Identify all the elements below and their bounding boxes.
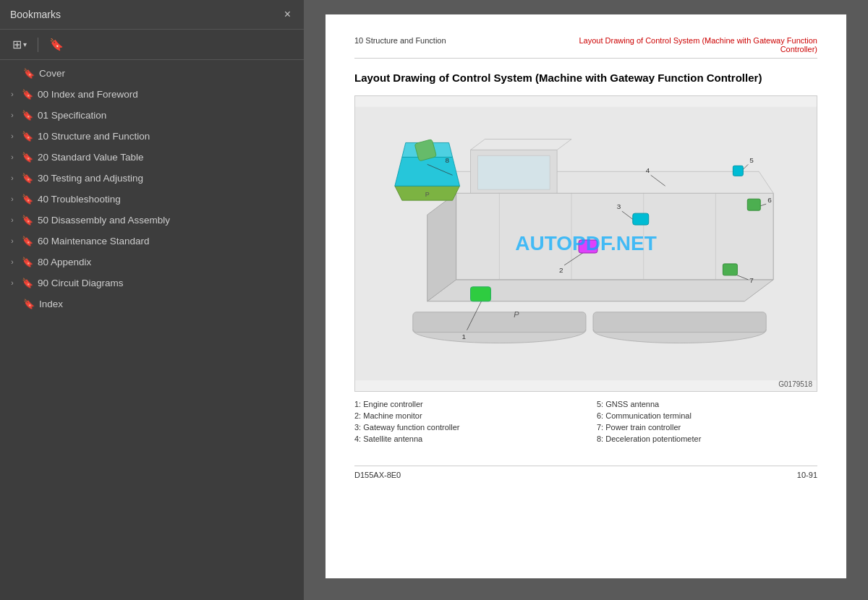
svg-text:P: P <box>425 191 430 198</box>
sidebar-item-label: 00 Index and Foreword <box>38 89 138 100</box>
svg-marker-10 <box>471 139 572 150</box>
legend-item-1: 1: Engine controller <box>354 399 575 409</box>
footer-page: 10-91 <box>797 471 817 479</box>
svg-marker-38 <box>395 157 460 186</box>
diagram-container: 1 2 P 3 4 5 <box>354 95 817 392</box>
header-section-label: 10 Structure and Function <box>354 36 446 45</box>
sidebar-item-label: Index <box>39 299 63 309</box>
chevron-right-icon: › <box>7 111 17 119</box>
legend-text-2-right: 6: Communication terminal <box>597 411 692 420</box>
toolbar-divider <box>38 38 38 52</box>
bookmark-outline-icon: 🔖 <box>22 173 33 184</box>
diagram-id: G0179518 <box>778 380 812 388</box>
svg-text:8: 8 <box>446 156 450 164</box>
svg-rect-36 <box>723 264 737 275</box>
legend-item-5: 5: GNSS antenna <box>597 399 817 409</box>
bookmark-outline-icon: 🔖 <box>22 194 33 205</box>
legend-text-2-left: 2: Machine monitor <box>354 411 422 420</box>
svg-rect-4 <box>593 312 766 333</box>
bookmark-list: 🔖 Cover › 🔖 00 Index and Foreword › 🔖 01… <box>0 60 304 600</box>
legend-text-4-right: 8: Deceleration potentiometer <box>597 434 701 443</box>
svg-rect-25 <box>633 213 649 225</box>
diagram-svg: 1 2 P 3 4 5 <box>355 96 817 391</box>
sidebar-item-60[interactable]: › 🔖 60 Maintenance Standard <box>0 231 304 252</box>
footer-model: D155AX-8E0 <box>354 471 401 479</box>
bookmark-outline-icon: 🔖 <box>22 131 33 142</box>
chevron-right-icon: › <box>7 258 17 266</box>
bookmark-outline-icon: 🔖 <box>22 89 33 100</box>
svg-text:6: 6 <box>767 196 772 204</box>
grid-icon: ⊞ <box>12 38 22 51</box>
svg-text:4: 4 <box>646 166 650 174</box>
sidebar-item-20[interactable]: › 🔖 20 Standard Value Table <box>0 147 304 168</box>
sidebar: Bookmarks × ⊞ ▾ 🔖 🔖 Cover › 🔖 00 Index a… <box>0 0 304 600</box>
chevron-right-icon: › <box>7 216 17 224</box>
svg-rect-30 <box>733 166 743 176</box>
legend-item-6: 6: Communication terminal <box>597 411 817 421</box>
sidebar-item-label: 20 Standard Value Table <box>38 152 144 163</box>
svg-rect-21 <box>579 240 597 253</box>
page-footer: D155AX-8E0 10-91 <box>354 466 817 479</box>
svg-text:2: 2 <box>559 266 563 274</box>
svg-rect-2 <box>413 312 586 333</box>
legend-item-8: 8: Deceleration potentiometer <box>597 434 817 444</box>
sidebar-item-30[interactable]: › 🔖 30 Testing and Adjusting <box>0 168 304 189</box>
sidebar-item-label: 80 Appendix <box>38 257 91 267</box>
sidebar-item-00[interactable]: › 🔖 00 Index and Foreword <box>0 84 304 105</box>
bookmark-outline-icon: 🔖 <box>22 215 33 226</box>
sidebar-item-index[interactable]: 🔖 Index <box>0 293 304 314</box>
legend-item-4: 4: Satellite antenna <box>354 434 575 444</box>
sidebar-item-10[interactable]: › 🔖 10 Structure and Function <box>0 126 304 147</box>
sidebar-item-label: 40 Troubleshooting <box>38 194 121 205</box>
sidebar-item-label: Cover <box>39 68 65 79</box>
bookmark-outline-icon: 🔖 <box>22 152 33 163</box>
diagram-legend: 1: Engine controller 5: GNSS antenna 2: … <box>354 399 817 444</box>
sidebar-item-01[interactable]: › 🔖 01 Specification <box>0 105 304 126</box>
chevron-right-icon: › <box>7 174 17 182</box>
bookmark-outline-icon: 🔖 <box>22 257 33 267</box>
svg-text:3: 3 <box>617 202 621 210</box>
page-title: Layout Drawing of Control System (Machin… <box>354 70 817 85</box>
svg-text:7: 7 <box>749 276 754 284</box>
legend-item-7: 7: Power train controller <box>597 422 817 432</box>
bookmark-outline-icon: 🔖 <box>23 68 35 79</box>
sidebar-item-label: 50 Disassembly and Assembly <box>38 215 170 226</box>
sidebar-item-label: 90 Circuit Diagrams <box>38 278 124 288</box>
bookmark-outline-icon: 🔖 <box>22 110 33 121</box>
sidebar-item-90[interactable]: › 🔖 90 Circuit Diagrams <box>0 273 304 293</box>
bookmark-outline-icon: 🔖 <box>22 278 33 288</box>
page-document: 10 Structure and Function Layout Drawing… <box>326 14 846 578</box>
chevron-right-icon: › <box>7 237 17 245</box>
header-title: Layout Drawing of Control System (Machin… <box>542 36 817 53</box>
sidebar-item-cover[interactable]: 🔖 Cover <box>0 63 304 84</box>
sidebar-item-80[interactable]: › 🔖 80 Appendix <box>0 252 304 273</box>
close-button[interactable]: × <box>281 7 294 22</box>
svg-marker-11 <box>477 155 550 189</box>
legend-text-4-left: 4: Satellite antenna <box>354 434 422 443</box>
sidebar-item-40[interactable]: › 🔖 40 Troubleshooting <box>0 189 304 210</box>
main-content: 10 Structure and Function Layout Drawing… <box>304 0 868 600</box>
chevron-right-icon: › <box>7 90 17 98</box>
sidebar-header: Bookmarks × <box>0 0 304 30</box>
bookmark-outline-icon: 🔖 <box>22 236 33 247</box>
svg-text:1: 1 <box>462 333 467 340</box>
legend-text-1-right: 5: GNSS antenna <box>597 400 659 408</box>
svg-text:P: P <box>514 310 519 319</box>
page-header: 10 Structure and Function Layout Drawing… <box>354 36 817 59</box>
sidebar-title: Bookmarks <box>10 9 61 20</box>
expand-all-button[interactable]: ⊞ ▾ <box>9 35 30 53</box>
chevron-right-icon: › <box>7 195 17 203</box>
chevron-right-icon: › <box>7 132 17 140</box>
legend-text-3-left: 3: Gateway function controller <box>354 423 460 432</box>
svg-text:5: 5 <box>749 156 754 164</box>
sidebar-item-label: 01 Specification <box>38 110 106 121</box>
svg-rect-18 <box>471 287 491 301</box>
sidebar-item-label: 10 Structure and Function <box>38 131 150 142</box>
svg-rect-33 <box>747 199 760 210</box>
chevron-right-icon: › <box>7 153 17 161</box>
legend-item-2: 2: Machine monitor <box>354 411 575 421</box>
bookmark-button[interactable]: 🔖 <box>46 35 67 53</box>
sidebar-item-50[interactable]: › 🔖 50 Disassembly and Assembly <box>0 210 304 231</box>
chevron-right-icon: › <box>7 279 17 287</box>
sidebar-item-label: 30 Testing and Adjusting <box>38 173 143 184</box>
